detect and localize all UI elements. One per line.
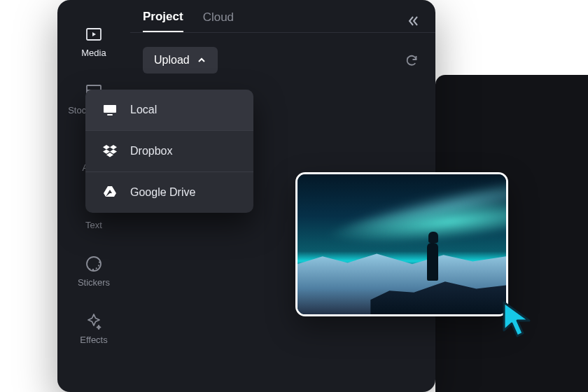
- cursor-pointer-icon: [500, 300, 539, 339]
- sidebar-item-stickers[interactable]: Stickers: [57, 242, 130, 300]
- tabs: Project Cloud: [130, 0, 435, 32]
- upload-option-local[interactable]: Local: [85, 90, 253, 130]
- media-icon: [85, 25, 103, 43]
- sidebar-item-media[interactable]: Media: [57, 13, 130, 70]
- effects-icon: [85, 312, 103, 330]
- svg-rect-9: [107, 114, 113, 115]
- sidebar-item-effects[interactable]: Effects: [57, 300, 130, 357]
- svg-rect-8: [104, 105, 116, 113]
- media-thumbnail[interactable]: [295, 172, 508, 316]
- upload-option-label: Local: [130, 104, 157, 116]
- stickers-icon: [85, 255, 103, 273]
- sidebar-item-label: Text: [85, 220, 102, 230]
- upload-option-dropbox[interactable]: Dropbox: [85, 130, 253, 172]
- upload-option-label: Dropbox: [130, 145, 172, 158]
- sidebar-item-label: Stickers: [78, 277, 110, 288]
- toolbar: Upload: [130, 33, 435, 88]
- tab-cloud[interactable]: Cloud: [203, 10, 234, 31]
- tab-project[interactable]: Project: [143, 10, 183, 32]
- upload-option-label: Google Drive: [130, 186, 195, 199]
- upload-button-label: Upload: [154, 54, 190, 66]
- upload-button[interactable]: Upload: [143, 47, 218, 74]
- sidebar-item-label: Effects: [80, 335, 108, 345]
- upload-option-google-drive[interactable]: Google Drive: [85, 172, 253, 213]
- local-icon: [102, 102, 118, 118]
- dropbox-icon: [102, 144, 118, 159]
- collapse-panel-button[interactable]: [403, 11, 423, 31]
- upload-dropdown: Local Dropbox Google Drive: [85, 90, 253, 213]
- chevron-up-icon: [197, 55, 206, 65]
- google-drive-icon: [102, 185, 118, 200]
- refresh-button[interactable]: [400, 49, 423, 71]
- sidebar-item-label: Media: [81, 48, 106, 58]
